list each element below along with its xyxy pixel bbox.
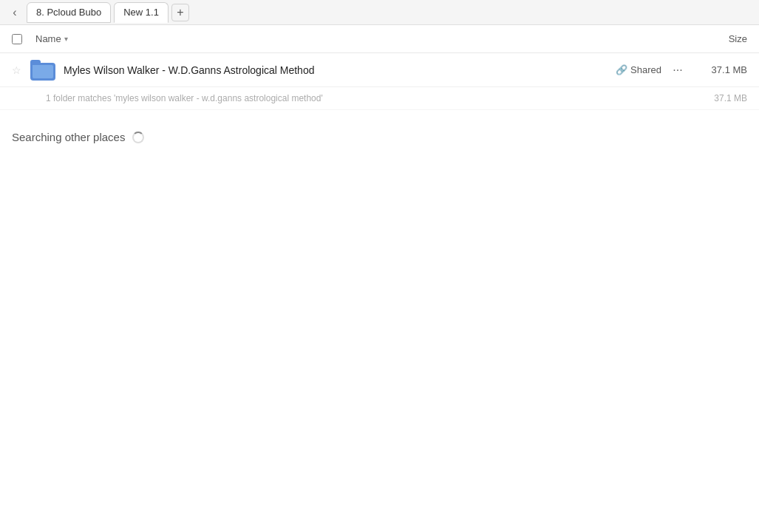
folder-icon-wrap xyxy=(30,57,56,83)
match-info: 1 folder matches 'myles wilson walker - … xyxy=(0,87,759,110)
column-header: Name ▾ Size xyxy=(0,25,759,53)
select-all-checkbox-wrap[interactable] xyxy=(12,34,35,44)
tab-new-1-1[interactable]: New 1.1 xyxy=(114,2,169,23)
back-arrow-icon: ‹ xyxy=(13,6,16,19)
loading-spinner xyxy=(132,132,144,143)
tab-pcloud-bubo[interactable]: 8. Pcloud Bubo xyxy=(27,2,111,23)
more-options-button[interactable]: ··· xyxy=(667,60,688,81)
match-text: 1 folder matches 'myles wilson walker - … xyxy=(46,93,323,103)
file-actions: 🔗 Shared ··· xyxy=(616,60,688,81)
name-column-label: Name xyxy=(35,33,61,44)
select-all-checkbox[interactable] xyxy=(12,34,22,44)
tab-label: New 1.1 xyxy=(123,7,159,18)
searching-section: Searching other places xyxy=(0,110,759,164)
tab-label: 8. Pcloud Bubo xyxy=(36,7,101,18)
plus-icon: + xyxy=(177,6,183,19)
back-button[interactable]: ‹ xyxy=(6,4,24,21)
file-name: Myles Wilson Walker - W.D.Ganns Astrolog… xyxy=(64,64,314,76)
name-column-header[interactable]: Name ▾ xyxy=(35,33,688,44)
star-icon: ☆ xyxy=(12,64,21,76)
file-name-area: Myles Wilson Walker - W.D.Ganns Astrolog… xyxy=(64,64,616,76)
shared-label: Shared xyxy=(630,64,661,75)
add-tab-button[interactable]: + xyxy=(171,4,189,21)
size-column-label: Size xyxy=(729,33,747,44)
size-column-header: Size xyxy=(688,33,747,44)
star-button[interactable]: ☆ xyxy=(12,64,30,76)
file-size: 37.1 MB xyxy=(688,64,747,75)
tab-bar: ‹ 8. Pcloud Bubo New 1.1 + xyxy=(0,0,759,25)
chevron-down-icon: ▾ xyxy=(64,35,68,43)
folder-icon xyxy=(30,60,55,81)
shared-badge: 🔗 Shared xyxy=(616,64,661,75)
link-icon: 🔗 xyxy=(616,64,627,75)
match-size: 37.1 MB xyxy=(714,93,747,103)
searching-label: Searching other places xyxy=(12,131,125,143)
file-row[interactable]: ☆ Myles Wilson Walker - W.D.Ganns Astrol… xyxy=(0,53,759,87)
more-dots-icon: ··· xyxy=(673,64,682,77)
